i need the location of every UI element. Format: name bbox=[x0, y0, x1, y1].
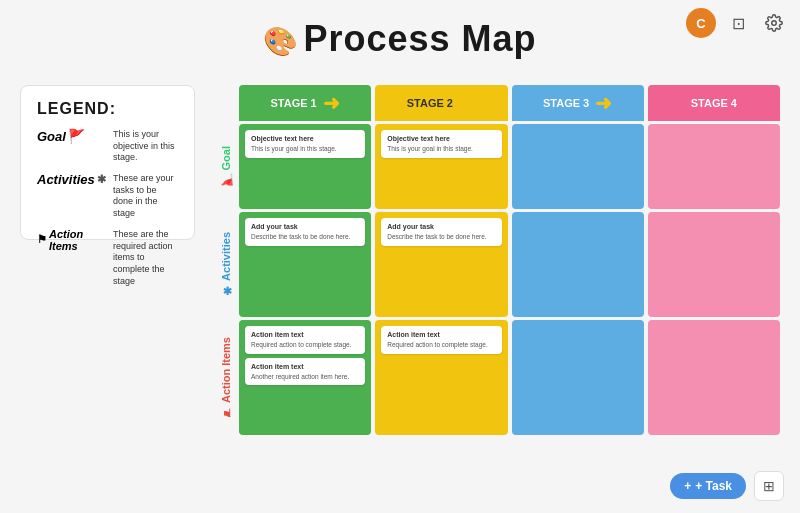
avatar[interactable]: C bbox=[686, 8, 716, 38]
stage-1-header: STAGE 1 ➜ bbox=[239, 85, 371, 121]
activities-cells: Add your task Describe the task to be do… bbox=[239, 212, 780, 317]
goal-icon: 🚩 bbox=[68, 128, 85, 144]
process-map: STAGE 1 ➜ STAGE 2 ➜ STAGE 3 ➜ STAGE 4 bbox=[211, 85, 780, 435]
title-emoji: 🎨 bbox=[263, 26, 299, 57]
arrow-3: ➜ bbox=[595, 91, 612, 115]
task-button[interactable]: + + Task bbox=[670, 473, 746, 499]
card[interactable]: Add your task Describe the task to be do… bbox=[245, 218, 365, 246]
stage-4-header: STAGE 4 bbox=[648, 85, 780, 121]
task-button-label: + Task bbox=[695, 479, 732, 493]
svg-point-0 bbox=[772, 21, 777, 26]
activities-label: Activities ✱ bbox=[37, 172, 105, 187]
action-row-label-wrap: ⚑ Action Items bbox=[211, 320, 239, 435]
goal-label: Goal 🚩 bbox=[37, 128, 105, 144]
action-row-label: ⚑ Action Items bbox=[219, 337, 232, 419]
action-items-row: ⚑ Action Items Action item text Required… bbox=[211, 320, 780, 435]
settings-icon[interactable] bbox=[760, 9, 788, 37]
card[interactable]: Action item text Required action to comp… bbox=[381, 326, 501, 354]
stage-2-header: STAGE 2 ➜ bbox=[375, 85, 507, 121]
goal-cell-4[interactable] bbox=[648, 124, 780, 209]
goal-desc: This is your objective in this stage. bbox=[113, 128, 178, 164]
activities-cell-4[interactable] bbox=[648, 212, 780, 317]
card[interactable]: Action item text Required action to comp… bbox=[245, 326, 365, 354]
actions-label: ⚑Action Items bbox=[37, 228, 105, 252]
goal-cell-3[interactable] bbox=[512, 124, 644, 209]
card[interactable]: Objective text here This is your goal in… bbox=[245, 130, 365, 158]
top-bar: C ⊡ bbox=[674, 0, 800, 46]
action-cell-3[interactable] bbox=[512, 320, 644, 435]
legend-item-activities: Activities ✱ These are your tasks to be … bbox=[37, 172, 178, 220]
action-cell-2[interactable]: Action item text Required action to comp… bbox=[375, 320, 507, 435]
activities-cell-2[interactable]: Add your task Describe the task to be do… bbox=[375, 212, 507, 317]
stage-3-header: STAGE 3 ➜ bbox=[512, 85, 644, 121]
activities-row: ✱ Activities Add your task Describe the … bbox=[211, 212, 780, 317]
spacer bbox=[211, 85, 239, 121]
activities-icon: ✱ bbox=[97, 173, 106, 186]
action-cell-4[interactable] bbox=[648, 320, 780, 435]
legend-title: LEGEND: bbox=[37, 100, 178, 118]
goal-cell-1[interactable]: Objective text here This is your goal in… bbox=[239, 124, 371, 209]
goal-row-label: 🚩 Goal bbox=[219, 146, 232, 187]
fit-icon[interactable]: ⊡ bbox=[724, 9, 752, 37]
grid-icon: ⊞ bbox=[763, 478, 775, 494]
card[interactable]: Action item text Another required action… bbox=[245, 358, 365, 386]
goal-cell-2[interactable]: Objective text here This is your goal in… bbox=[375, 124, 507, 209]
goal-row: 🚩 Goal Objective text here This is your … bbox=[211, 124, 780, 209]
card[interactable]: Add your task Describe the task to be do… bbox=[381, 218, 501, 246]
legend-box: LEGEND: Goal 🚩 This is your objective in… bbox=[20, 85, 195, 240]
legend-item-goal: Goal 🚩 This is your objective in this st… bbox=[37, 128, 178, 164]
stages-row: STAGE 1 ➜ STAGE 2 ➜ STAGE 3 ➜ STAGE 4 bbox=[239, 85, 780, 121]
activities-row-label: ✱ Activities bbox=[219, 232, 232, 297]
goal-row-label-wrap: 🚩 Goal bbox=[211, 124, 239, 209]
bottom-bar: + + Task ⊞ bbox=[670, 471, 784, 501]
card[interactable]: Objective text here This is your goal in… bbox=[381, 130, 501, 158]
action-cells: Action item text Required action to comp… bbox=[239, 320, 780, 435]
goal-cells: Objective text here This is your goal in… bbox=[239, 124, 780, 209]
main-area: LEGEND: Goal 🚩 This is your objective in… bbox=[0, 85, 800, 435]
activities-desc: These are your tasks to be done in the s… bbox=[113, 172, 178, 220]
action-cell-1[interactable]: Action item text Required action to comp… bbox=[239, 320, 371, 435]
task-button-icon: + bbox=[684, 479, 691, 493]
legend-item-actions: ⚑Action Items These are the required act… bbox=[37, 228, 178, 287]
stages-header: STAGE 1 ➜ STAGE 2 ➜ STAGE 3 ➜ STAGE 4 bbox=[211, 85, 780, 121]
grid-view-button[interactable]: ⊞ bbox=[754, 471, 784, 501]
actions-desc: These are the required action items to c… bbox=[113, 228, 178, 287]
activities-row-label-wrap: ✱ Activities bbox=[211, 212, 239, 317]
arrow-2: ➜ bbox=[459, 91, 476, 115]
arrow-1: ➜ bbox=[323, 91, 340, 115]
activities-cell-3[interactable] bbox=[512, 212, 644, 317]
activities-cell-1[interactable]: Add your task Describe the task to be do… bbox=[239, 212, 371, 317]
